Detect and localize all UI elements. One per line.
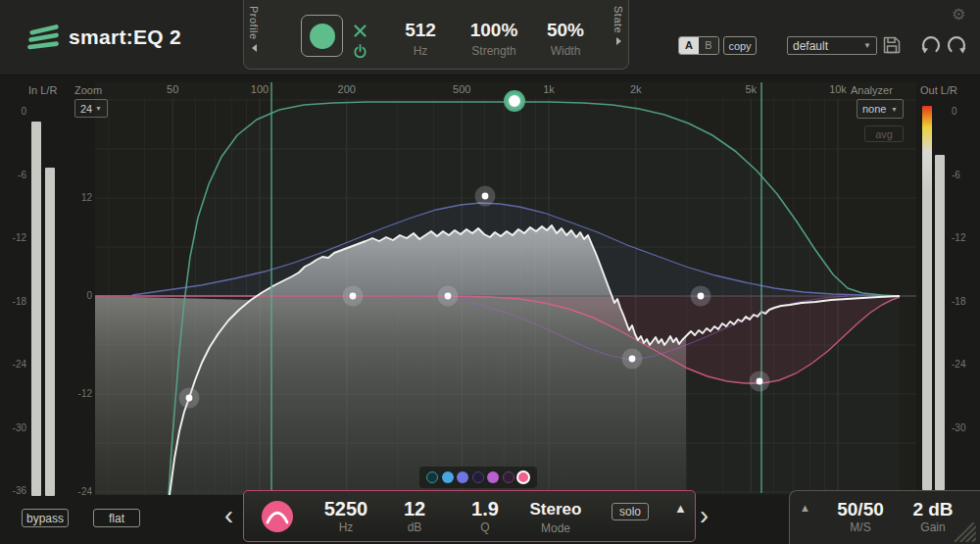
out-meter-right <box>935 155 945 490</box>
undo-icon[interactable] <box>918 32 944 58</box>
freq-axis-label: 1k <box>543 83 555 95</box>
power-icon[interactable] <box>353 44 368 59</box>
meter-scale-label: -30 <box>952 422 977 433</box>
profile-panel: Profile State 512 Hz <box>243 0 629 70</box>
solo-button[interactable]: solo <box>612 503 649 520</box>
band-freq-readout[interactable]: 5250 Hz <box>307 499 385 534</box>
ab-b[interactable]: B <box>699 37 718 54</box>
collapse-left-icon <box>252 44 257 52</box>
band-gain-unit: dB <box>375 520 454 534</box>
meter-scale-label: 0 <box>0 106 26 117</box>
profile-color-button[interactable] <box>301 15 343 57</box>
selected-band-icon[interactable] <box>262 501 293 532</box>
band-handle-center <box>350 293 357 300</box>
band-handle-center <box>482 193 489 200</box>
app-title: smart:EQ 2 <box>69 25 181 49</box>
band-dot-2[interactable] <box>442 471 454 483</box>
gear-icon[interactable]: ⚙ <box>952 5 965 24</box>
band-mode-value: Stereo <box>516 499 595 520</box>
output-ms-unit: M/S <box>821 520 900 534</box>
band-dot-3[interactable] <box>457 471 468 483</box>
profile-tab[interactable]: Profile <box>246 6 262 67</box>
profile-handle[interactable] <box>507 93 523 110</box>
output-expand-icon[interactable]: ▲ <box>800 502 810 514</box>
freq-axis-label: 100 <box>251 83 269 95</box>
state-tab-label: State <box>612 6 624 33</box>
out-meter-left <box>922 106 932 490</box>
output-gain-value: 2 dB <box>894 499 972 519</box>
band-mode-readout[interactable]: Stereo Mode <box>516 499 595 535</box>
meter-scale-label: -6 <box>952 170 977 180</box>
band-gain-readout[interactable]: 12 dB <box>375 499 454 534</box>
copy-button[interactable]: copy <box>723 36 757 55</box>
db-axis-label: -12 <box>59 388 92 399</box>
in-meter-label: In L/R <box>28 84 57 96</box>
expand-right-icon <box>616 37 621 45</box>
band-q-readout[interactable]: 1.9 Q <box>446 499 524 534</box>
freq-axis-label: 50 <box>167 83 178 95</box>
meter-scale-label: -6 <box>0 170 26 180</box>
output-ms-value: 50/50 <box>821 499 900 519</box>
state-tab[interactable]: State <box>611 6 626 67</box>
profile-color-dot <box>310 24 335 49</box>
redo-icon[interactable] <box>944 32 969 58</box>
band-dot-7-selected[interactable] <box>516 470 530 484</box>
band-dot-6[interactable] <box>503 471 514 483</box>
freq-axis-label: 200 <box>338 83 356 95</box>
caret-down-icon: ▼ <box>891 106 898 113</box>
band-q-value: 1.9 <box>446 499 524 519</box>
band-dot-5[interactable] <box>487 471 499 483</box>
flat-button[interactable]: flat <box>93 509 140 527</box>
analyzer-dropdown[interactable]: none ▼ <box>857 99 904 119</box>
resize-grip-icon[interactable] <box>947 522 976 542</box>
zoom-value: 24 <box>80 103 92 115</box>
meter-scale-label: -12 <box>952 232 977 243</box>
profile-width-readout[interactable]: 50% Width <box>521 20 610 58</box>
band-mode-unit: Mode <box>516 521 595 535</box>
band-q-unit: Q <box>446 520 524 534</box>
band-freq-unit: Hz <box>307 520 385 534</box>
top-bar: smart:EQ 2 Profile State <box>0 0 980 75</box>
meter-scale-label: -30 <box>0 422 26 433</box>
zoom-dropdown[interactable]: 24 ▼ <box>74 99 108 118</box>
out-meter-label: Out L/R <box>920 84 957 96</box>
next-band-chevron[interactable]: › <box>700 501 709 530</box>
bell-curve-icon <box>262 501 293 532</box>
band-handle-center <box>698 293 705 300</box>
band-handle-center <box>445 293 452 300</box>
meter-scale-label: -36 <box>0 485 26 496</box>
preset-value: default <box>793 39 828 53</box>
prev-band-chevron[interactable]: ‹ <box>224 501 233 530</box>
avg-button[interactable]: avg <box>864 125 904 142</box>
freq-axis-label: 10k <box>829 83 847 95</box>
bypass-button[interactable]: bypass <box>22 509 69 527</box>
remove-profile-icon[interactable] <box>353 24 368 38</box>
caret-down-icon: ▼ <box>863 41 871 50</box>
ab-a[interactable]: A <box>679 37 699 54</box>
band-handle-center <box>629 356 636 363</box>
band-handle-center <box>757 378 763 385</box>
band-handle-center <box>186 395 193 402</box>
output-ms-readout[interactable]: 50/50 M/S <box>821 499 900 534</box>
save-preset-icon[interactable] <box>882 35 902 55</box>
meter-scale-label: 0 <box>952 106 977 117</box>
in-meter-left <box>31 122 41 496</box>
db-axis-label: 0 <box>59 290 92 301</box>
band-dot-4[interactable] <box>472 471 484 483</box>
zoom-label: Zoom <box>74 84 102 96</box>
profile-width-unit: Width <box>521 44 610 58</box>
freq-axis-label: 5k <box>745 83 757 95</box>
analyzer-label: Analyzer <box>851 84 893 96</box>
meter-scale-label: -24 <box>952 359 977 370</box>
band-bar-expand-icon[interactable]: ▲ <box>674 501 687 516</box>
eq-graph[interactable] <box>88 76 916 500</box>
band-dot-1[interactable] <box>426 471 438 483</box>
meter-scale-label: -24 <box>0 359 26 370</box>
meter-scale-label: -18 <box>952 296 977 307</box>
band-freq-value: 5250 <box>307 499 385 519</box>
analyzer-value: none <box>862 103 886 115</box>
meter-scale-label: -18 <box>0 296 26 307</box>
preset-dropdown[interactable]: default ▼ <box>787 36 877 55</box>
ab-toggle[interactable]: A B <box>678 36 719 55</box>
db-axis-label: -24 <box>59 486 92 497</box>
